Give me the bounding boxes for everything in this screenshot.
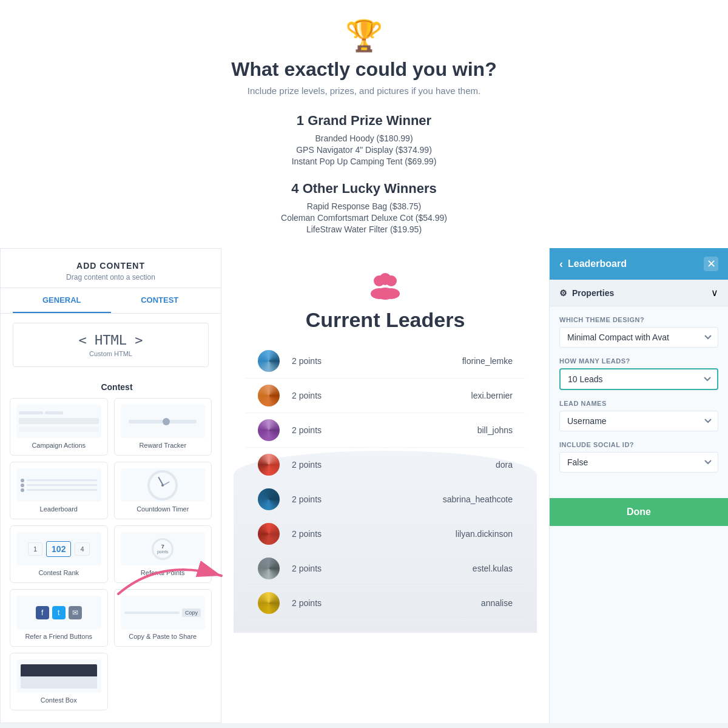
prize-item-1-2: GPS Navigator 4" Display ($374.99): [121, 145, 607, 155]
leader-row: 2 points lilyan.dickinson: [246, 517, 525, 551]
hero-title: What exactly could you win?: [121, 58, 607, 81]
panel-body: WHICH THEME DESIGN? Minimal Compact with…: [550, 306, 728, 492]
svg-point-6: [376, 288, 394, 300]
leads-label: HOW MANY LEADS?: [559, 357, 718, 365]
hero-section: 🏆 What exactly could you win? Include pr…: [0, 0, 728, 248]
leader-points-8: 2 points: [292, 598, 481, 608]
people-icon: [246, 272, 525, 302]
leaderboard-label: Leaderboard: [16, 505, 101, 513]
leader-avatar-2: [258, 385, 280, 406]
theme-label: WHICH THEME DESIGN?: [559, 316, 718, 323]
facebook-btn-preview: f: [36, 606, 49, 619]
leader-points-2: 2 points: [292, 391, 471, 400]
twitter-btn-preview: t: [52, 606, 66, 619]
content-item-contest-rank[interactable]: 1 102 4 Contest Rank: [10, 525, 108, 583]
theme-design-select[interactable]: Minimal Compact with Avat Standard Full …: [559, 327, 718, 348]
leader-avatar-7: [258, 558, 280, 579]
refer-friend-preview: f t ✉: [16, 596, 101, 629]
gear-icon: ⚙: [559, 288, 567, 298]
leader-row: 2 points dora: [246, 448, 525, 482]
contest-box-preview: [16, 659, 101, 693]
prize-section-1: 1 Grand Prize Winner Branded Hoody ($180…: [121, 113, 607, 166]
content-item-leaderboard[interactable]: Leaderboard: [10, 462, 108, 519]
content-item-countdown-timer[interactable]: Countdown Timer: [114, 462, 212, 519]
leader-row: 2 points sabrina_heathcote: [246, 482, 525, 517]
contest-rank-preview: 1 102 4: [16, 532, 101, 565]
sidebar-tabs: GENERAL CONTEST: [1, 288, 221, 314]
leader-points-4: 2 points: [292, 460, 496, 470]
leader-row: 2 points estel.kulas: [246, 551, 525, 586]
right-settings-panel: ‹ Leaderboard ✕ ⚙ Properties ∨ WHICH THE…: [549, 248, 728, 723]
leader-name-3: bill_johns: [477, 425, 513, 435]
sidebar-header-subtitle: Drag content onto a section: [7, 273, 215, 281]
form-group-social-id: INCLUDE SOCIAL ID? False True: [559, 441, 718, 473]
bottom-layout: ADD CONTENT Drag content onto a section …: [0, 248, 728, 723]
prize-section-2: 4 Other Lucky Winners Rapid Response Bag…: [121, 181, 607, 234]
leaders-list: 2 points florine_lemke 2 points lexi.ber…: [246, 344, 525, 621]
leader-row: 2 points lexi.bernier: [246, 379, 525, 413]
countdown-timer-label: Countdown Timer: [121, 505, 206, 513]
properties-label: Properties: [572, 288, 614, 298]
how-many-leads-select[interactable]: 5 Leads 10 Leads 15 Leads 20 Leads: [559, 368, 718, 390]
prize-item-2-2: Coleman Comfortsmart Deluxe Cot ($54.99): [121, 213, 607, 223]
prize-item-2-3: LifeStraw Water Filter ($19.95): [121, 224, 607, 234]
leader-avatar-6: [258, 523, 280, 545]
back-icon[interactable]: ‹: [559, 258, 563, 271]
form-group-leads: HOW MANY LEADS? 5 Leads 10 Leads 15 Lead…: [559, 357, 718, 390]
prize-item-1-3: Instant Pop Up Camping Tent ($69.99): [121, 157, 607, 166]
leader-points-1: 2 points: [292, 356, 462, 366]
countdown-timer-preview: [121, 468, 206, 502]
content-item-reward-tracker[interactable]: Reward Tracker: [114, 398, 212, 456]
content-item-contest-box[interactable]: Contest Box: [10, 653, 108, 710]
leader-points-6: 2 points: [292, 529, 456, 539]
copy-paste-preview: Copy: [121, 596, 206, 629]
done-button[interactable]: Done: [550, 498, 728, 526]
leader-name-2: lexi.bernier: [471, 391, 513, 400]
copy-paste-label: Copy & Paste to Share: [121, 633, 206, 640]
center-content-area: Current Leaders 2 points florine_lemke 2…: [221, 248, 549, 723]
leader-name-4: dora: [496, 460, 513, 470]
referral-points-label: Referral Points: [121, 569, 206, 576]
leader-name-7: estel.kulas: [473, 564, 513, 573]
hero-subtitle: Include prize levels, prizes, and pictur…: [121, 86, 607, 96]
content-item-copy-paste[interactable]: Copy Copy & Paste to Share: [114, 589, 212, 647]
email-btn-preview: ✉: [69, 606, 82, 619]
sidebar-header: ADD CONTENT Drag content onto a section: [1, 249, 221, 288]
reward-tracker-label: Reward Tracker: [121, 442, 206, 449]
leader-name-6: lilyan.dickinson: [456, 529, 513, 539]
properties-accordion[interactable]: ⚙ Properties ∨: [550, 280, 728, 306]
leader-points-7: 2 points: [292, 564, 473, 573]
tab-contest[interactable]: CONTEST: [111, 288, 209, 313]
rank-left-val: 1: [28, 542, 42, 556]
properties-header-left: ⚙ Properties: [559, 288, 614, 298]
leaderboard-display-title: Current Leaders: [246, 308, 525, 332]
contest-box-label: Contest Box: [16, 696, 101, 704]
panel-close-icon[interactable]: ✕: [704, 257, 718, 271]
leader-row: 2 points bill_johns: [246, 413, 525, 448]
html-custom-block[interactable]: < HTML > Custom HTML: [13, 323, 209, 367]
chevron-down-icon: ∨: [711, 287, 718, 298]
contest-rank-label: Contest Rank: [16, 569, 101, 576]
leader-avatar-5: [258, 488, 280, 510]
tab-general[interactable]: GENERAL: [13, 288, 111, 313]
lead-names-select[interactable]: Username Full Name First Name: [559, 411, 718, 431]
panel-header: ‹ Leaderboard ✕: [550, 248, 728, 280]
content-item-refer-friend[interactable]: f t ✉ Refer a Friend Buttons: [10, 589, 108, 647]
leader-avatar-1: [258, 350, 280, 372]
lead-names-label: LEAD NAMES: [559, 400, 718, 407]
form-group-theme: WHICH THEME DESIGN? Minimal Compact with…: [559, 316, 718, 348]
svg-point-3: [379, 273, 391, 285]
leader-avatar-8: [258, 592, 280, 614]
add-content-sidebar: ADD CONTENT Drag content onto a section …: [0, 248, 221, 723]
content-item-referral-points[interactable]: 7 points Referral Points: [114, 525, 212, 583]
social-id-select[interactable]: False True: [559, 452, 718, 473]
prize-heading-2: 4 Other Lucky Winners: [121, 181, 607, 197]
leader-avatar-3: [258, 419, 280, 441]
campaign-actions-preview: [16, 405, 101, 438]
content-item-campaign-actions[interactable]: Campaign Actions: [10, 398, 108, 456]
leader-name-1: florine_lemke: [462, 356, 513, 366]
campaign-actions-label: Campaign Actions: [16, 442, 101, 449]
leader-row: 2 points annalise: [246, 586, 525, 621]
contest-box-row: Contest Box: [1, 650, 221, 710]
panel-title: Leaderboard: [568, 258, 627, 269]
